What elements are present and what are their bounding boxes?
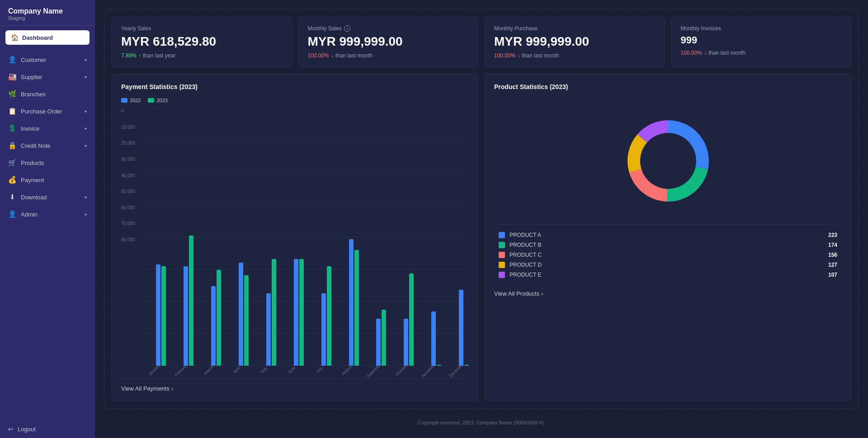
arrow-down-icon: ↓ (704, 50, 707, 56)
product-name: PRODUCT D (509, 262, 542, 268)
legend-2022: 2022 (121, 98, 141, 103)
sidebar-item-admin[interactable]: 👤 Admin ▾ (0, 206, 95, 223)
legend-2023-label: 2023 (156, 98, 167, 103)
product-legend: PRODUCT A 223 PRODUCT B 174 PRODUCT C 15… (494, 224, 842, 278)
bar-pair-february (184, 108, 193, 366)
sidebar-item-invoice[interactable]: 💲 Invoice ▾ (0, 120, 95, 137)
bar-pair-march (211, 108, 221, 366)
bar-2022 (404, 319, 408, 366)
bar-2023 (272, 259, 276, 366)
sidebar-label-purchase-order: Purchase Order (21, 108, 80, 115)
x-labels: JanuaryFebruaryMarchAprilMayJuneJulyAugu… (139, 366, 469, 373)
bar-2023 (244, 275, 249, 366)
month-bars-june (276, 108, 304, 366)
sidebar-item-purchase-order[interactable]: 📋 Purchase Order ▾ (0, 103, 95, 120)
chevron-icon: ▾ (85, 143, 87, 148)
admin-icon: 👤 (8, 210, 16, 218)
footer-text: Copyright reserved, 2023. Company Name (… (418, 420, 545, 425)
bar-pair-january (156, 108, 166, 366)
dashboard-content: Yearly Sales MYR 618,529.80 7.88% ↑ than… (104, 9, 859, 409)
customer-icon: 👤 (8, 56, 16, 64)
donut-section: PRODUCT A 223 PRODUCT B 174 PRODUCT C 15… (494, 98, 842, 278)
sidebar-label-admin: Admin (21, 211, 80, 218)
month-bars-october (386, 108, 414, 366)
y-axis-label: 40,000 (121, 173, 135, 178)
chevron-icon: ▾ (85, 212, 87, 217)
sidebar-item-products[interactable]: 🛒 Products (0, 154, 95, 171)
sidebar-item-branches[interactable]: 🌿 Branches (0, 85, 95, 103)
download-icon: ⬇ (8, 193, 16, 201)
view-all-products-link[interactable]: View All Products › (494, 290, 543, 297)
stat-value-monthly-sales: MYR 999,999.00 (308, 34, 469, 49)
bar-2022 (321, 293, 326, 366)
bar-pair-september (376, 108, 386, 366)
sidebar-item-credit-note[interactable]: 🔒 Credit Note ▾ (0, 137, 95, 154)
main-content: Yearly Sales MYR 618,529.80 7.88% ↑ than… (95, 0, 868, 438)
logout-label: Logout (18, 426, 36, 433)
product-legend-item-product-b: PRODUCT B 174 (499, 242, 837, 248)
sidebar-item-supplier[interactable]: 🏭 Supplier ▾ (0, 68, 95, 85)
stat-value-yearly-sales: MYR 618,529.80 (121, 34, 283, 49)
stat-card-monthly-invoices: Monthly Invoices 999 100.00% ↓ than last… (671, 17, 852, 67)
logout-item[interactable]: ↩ Logout (0, 420, 95, 438)
logout-icon: ↩ (8, 426, 13, 433)
month-bars-september (359, 108, 387, 366)
view-all-products-chevron: › (541, 290, 543, 297)
bar-2023 (299, 259, 304, 366)
product-legend-left: PRODUCT E (499, 272, 541, 278)
y-axis-label: 0 (121, 108, 135, 113)
legend-2022-dot (121, 98, 127, 103)
chevron-icon: ▾ (85, 109, 87, 114)
donut-segment-product-a (668, 120, 709, 170)
stats-row: Yearly Sales MYR 618,529.80 7.88% ↑ than… (112, 17, 851, 67)
donut-wrapper (494, 98, 842, 224)
payment-icon: 💰 (8, 176, 16, 184)
product-legend-left: PRODUCT B (499, 242, 541, 248)
bar-2022 (294, 259, 298, 366)
bar-2022 (156, 264, 160, 366)
bar-2022 (376, 319, 381, 366)
view-all-payments-link[interactable]: View All Payments › (121, 385, 173, 392)
y-axis: 80,00070,00060,00050,00040,00030,00020,0… (121, 108, 139, 253)
stat-pct: 100.00% (494, 52, 515, 59)
purchase-order-icon: 📋 (8, 107, 16, 115)
product-legend-left: PRODUCT A (499, 232, 541, 238)
product-name: PRODUCT B (509, 242, 541, 248)
sidebar-item-payment[interactable]: 💰 Payment (0, 171, 95, 188)
stat-card-monthly-purchase: Monthly Purchase MYR 999,999.00 100.00% … (485, 17, 665, 67)
payment-chart-title: Payment Statistics (2023) (121, 83, 469, 90)
stat-title-text: Yearly Sales (121, 25, 151, 32)
stat-desc: than last year (143, 52, 175, 59)
stat-pct: 7.88% (121, 52, 137, 59)
bar-2022 (266, 293, 271, 366)
donut-segment-product-d (627, 134, 647, 173)
month-bars-november (414, 108, 441, 366)
stat-card-monthly-sales: Monthly Sales i MYR 999,999.00 100.00% ↓… (298, 17, 479, 67)
sidebar-label-customer: Customer (21, 57, 80, 63)
sidebar-item-customer[interactable]: 👤 Customer ▾ (0, 51, 95, 68)
stat-title-monthly-invoices: Monthly Invoices (681, 25, 842, 32)
product-legend-item-product-e: PRODUCT E 107 (499, 272, 837, 278)
branches-icon: 🌿 (8, 90, 16, 98)
product-chart-card: Product Statistics (2023) PRODUCT A 223 … (485, 74, 851, 401)
bar-pair-december (459, 108, 469, 366)
sidebar-header: Company Name Staging (0, 0, 95, 26)
legend-2023-dot (148, 98, 154, 103)
sidebar-label-download: Download (21, 194, 80, 201)
stat-desc: than last month (708, 50, 745, 56)
product-color-box (499, 272, 505, 278)
donut-segment-product-c (629, 169, 667, 202)
product-legend-left: PRODUCT D (499, 262, 542, 268)
month-bars-april (221, 108, 249, 366)
bar-pair-august (349, 108, 359, 366)
sidebar-item-download[interactable]: ⬇ Download ▾ (0, 188, 95, 206)
bar-pair-july (321, 108, 331, 366)
stat-change-monthly-purchase: 100.00% ↓ than last month (494, 52, 656, 59)
donut-chart-svg (614, 107, 722, 215)
dashboard-nav-item[interactable]: 🏠 Dashboard (5, 30, 90, 45)
product-chart-footer: View All Products › (494, 283, 842, 297)
info-icon[interactable]: i (344, 25, 350, 32)
view-all-payments-label: View All Payments (121, 385, 170, 392)
bar-2022 (431, 311, 436, 366)
sidebar-label-payment: Payment (21, 177, 87, 184)
